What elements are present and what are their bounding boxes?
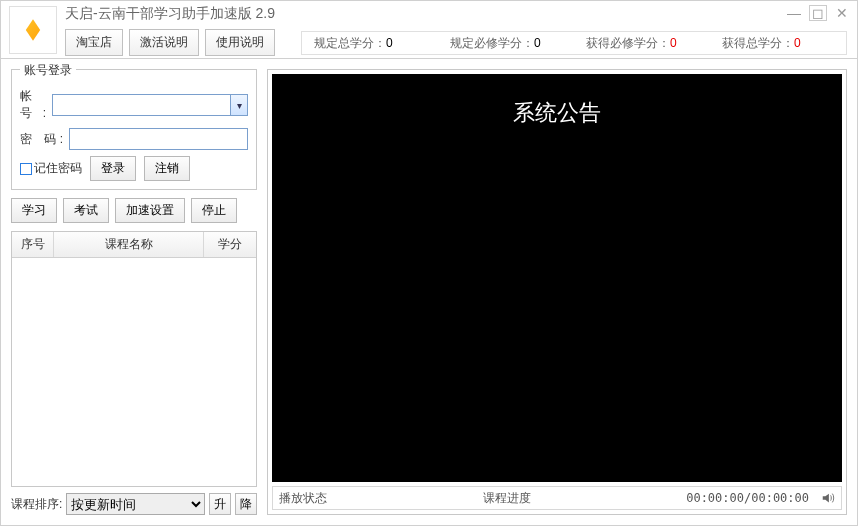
activate-info-button[interactable]: 激活说明 xyxy=(129,29,199,56)
course-table-body xyxy=(12,258,256,512)
playback-timer: 00:00:00/00:00:00 xyxy=(686,491,809,505)
username-input[interactable] xyxy=(52,94,230,116)
stop-button[interactable]: 停止 xyxy=(191,198,237,223)
stat-total-req-value: 0 xyxy=(386,36,393,50)
course-table: 序号 课程名称 学分 xyxy=(11,231,257,487)
usage-info-button[interactable]: 使用说明 xyxy=(205,29,275,56)
course-progress-label: 课程进度 xyxy=(483,490,531,507)
username-dropdown-button[interactable]: ▾ xyxy=(230,94,248,116)
taobao-link-button[interactable]: 淘宝店 xyxy=(65,29,123,56)
sort-desc-button[interactable]: 降 xyxy=(235,493,257,515)
stat-got-compulsory-value: 0 xyxy=(670,36,677,50)
remember-password-label: 记住密码 xyxy=(34,160,82,177)
maximize-button[interactable]: ◻ xyxy=(809,5,827,21)
sort-label: 课程排序: xyxy=(11,496,62,513)
stat-got-total-label: 获得总学分： xyxy=(722,36,794,50)
stat-req-compulsory-label: 规定必修学分： xyxy=(450,36,534,50)
stat-got-compulsory-label: 获得必修学分： xyxy=(586,36,670,50)
sort-select[interactable]: 按更新时间 xyxy=(66,493,205,515)
accel-settings-button[interactable]: 加速设置 xyxy=(115,198,185,223)
volume-icon[interactable] xyxy=(821,491,835,505)
exam-button[interactable]: 考试 xyxy=(63,198,109,223)
sort-asc-button[interactable]: 升 xyxy=(209,493,231,515)
password-label: 密 码: xyxy=(20,131,65,148)
col-header-credit[interactable]: 学分 xyxy=(204,232,256,257)
stat-req-compulsory-value: 0 xyxy=(534,36,541,50)
app-window: 天启-云南干部学习助手加速版 2.9 淘宝店 激活说明 使用说明 规定总学分：0… xyxy=(0,0,858,526)
login-group: 账号登录 帐 号: ▾ 密 码: 记住密码 登录 xyxy=(11,69,257,190)
status-bar: 播放状态 课程进度 00:00:00/00:00:00 xyxy=(272,486,842,510)
password-input[interactable] xyxy=(69,128,248,150)
study-button[interactable]: 学习 xyxy=(11,198,57,223)
stat-total-req-label: 规定总学分： xyxy=(314,36,386,50)
login-legend: 账号登录 xyxy=(20,62,76,79)
video-area: 系统公告 xyxy=(272,74,842,482)
app-logo xyxy=(9,6,57,54)
play-status-label: 播放状态 xyxy=(279,490,327,507)
titlebar: 天启-云南干部学习助手加速版 2.9 淘宝店 激活说明 使用说明 规定总学分：0… xyxy=(1,1,857,59)
stats-bar: 规定总学分：0 规定必修学分：0 获得必修学分：0 获得总学分：0 xyxy=(301,31,847,55)
app-title: 天启-云南干部学习助手加速版 2.9 xyxy=(65,5,275,23)
remember-password-checkbox[interactable]: 记住密码 xyxy=(20,160,82,177)
col-header-no[interactable]: 序号 xyxy=(12,232,54,257)
minimize-button[interactable]: — xyxy=(785,5,803,21)
stat-got-total-value: 0 xyxy=(794,36,801,50)
system-announcement: 系统公告 xyxy=(272,98,842,128)
col-header-name[interactable]: 课程名称 xyxy=(54,232,204,257)
close-button[interactable]: ✕ xyxy=(833,5,851,21)
login-button[interactable]: 登录 xyxy=(90,156,136,181)
username-label: 帐 号: xyxy=(20,88,48,122)
logout-button[interactable]: 注销 xyxy=(144,156,190,181)
